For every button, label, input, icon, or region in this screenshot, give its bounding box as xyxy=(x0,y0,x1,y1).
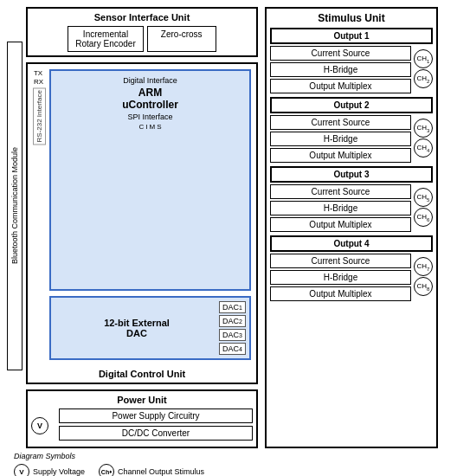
dcu-title: Digital Control Unit xyxy=(33,369,251,379)
output-1-row-3: Output Multiplex xyxy=(270,79,411,93)
channel-symbol: Ch♦ xyxy=(99,464,114,476)
left-section: Bluetooth Communication Module Sensor In… xyxy=(7,7,258,448)
current-source-2: Current Source xyxy=(270,115,411,130)
ch5-badge: CH5 xyxy=(414,188,433,207)
output-1-header: Output 1 xyxy=(270,28,433,44)
voltage-symbol: V xyxy=(31,417,48,434)
legend: V Supply Voltage Ch♦ Channel Output Stim… xyxy=(14,464,450,476)
dac4: DAC4 xyxy=(219,343,246,355)
dac-title: 12-bit External DAC xyxy=(55,318,219,338)
tx-label: TX xyxy=(34,69,43,77)
block-diagram: Bluetooth Communication Module Sensor In… xyxy=(7,7,450,448)
sensor-unit-title: Sensor Interface Unit xyxy=(31,12,253,23)
arm-dac-section: Digital Interface ARM uController SPI In… xyxy=(49,69,251,360)
output-1-rows: Current Source H-Bridge Output Multiplex… xyxy=(270,44,433,93)
tx-rx-labels: TX RX xyxy=(34,69,43,86)
dac2: DAC2 xyxy=(219,315,246,327)
output-1-row-1: Current Source xyxy=(270,46,411,61)
bluetooth-module: Bluetooth Communication Module xyxy=(7,42,23,370)
output-2-rows: Current Source H-Bridge Output Multiplex… xyxy=(270,113,433,163)
dac-block: 12-bit External DAC DAC1 DAC2 DAC3 DAC4 xyxy=(49,296,251,360)
output-1-row-2: H-Bridge xyxy=(270,62,411,77)
output-group-4: Output 4 Current Source H-Bridge Output … xyxy=(270,235,433,301)
channels-3: CH5 CH6 xyxy=(411,188,433,227)
current-source-4: Current Source xyxy=(270,254,411,268)
h-bridge-3: H-Bridge xyxy=(270,201,411,215)
rs232-label: RS-232 Interface xyxy=(33,87,46,145)
output-mux-1: Output Multiplex xyxy=(270,79,411,93)
ch4-badge: CH4 xyxy=(414,138,433,158)
output-2-header: Output 2 xyxy=(270,97,433,113)
sensor-unit: Sensor Interface Unit Incremental Rotary… xyxy=(26,7,258,57)
dcu-inner: TX RX RS-232 Interface Digital Interface… xyxy=(33,69,251,360)
output-4-header: Output 4 xyxy=(270,235,433,252)
dac-outputs: DAC1 DAC2 DAC3 DAC4 xyxy=(219,301,246,355)
legend-section: Diagram Symbols V Supply Voltage Ch♦ Cha… xyxy=(7,452,450,476)
digital-control-unit: TX RX RS-232 Interface Digital Interface… xyxy=(26,62,258,384)
channel-label: Channel Output Stimulus xyxy=(118,467,204,476)
current-source-1: Current Source xyxy=(270,46,411,61)
spi-pins: C I M S xyxy=(56,123,244,131)
rotary-encoder-box: Incremental Rotary Encoder xyxy=(68,26,143,52)
spi-interface-label: SPI Interface xyxy=(56,113,244,121)
stimulus-unit: Stimulus Unit Output 1 Current Source H-… xyxy=(265,7,438,448)
ch1-badge: CH1 xyxy=(414,49,433,68)
rx-label: RX xyxy=(34,78,43,86)
h-bridge-1: H-Bridge xyxy=(270,62,411,77)
bluetooth-label: Bluetooth Communication Module xyxy=(10,147,19,264)
supply-voltage-symbol: V xyxy=(14,464,29,476)
zero-cross-box: Zero-cross xyxy=(147,26,216,52)
h-bridge-4: H-Bridge xyxy=(270,270,411,285)
diagram-symbols-title: Diagram Symbols xyxy=(14,452,450,460)
supply-voltage-label: Supply Voltage xyxy=(33,467,85,476)
output-group-1: Output 1 Current Source H-Bridge Output … xyxy=(270,28,433,93)
main-content: Sensor Interface Unit Incremental Rotary… xyxy=(26,7,258,448)
dac-main: 12-bit External DAC xyxy=(55,301,219,355)
arm-block: Digital Interface ARM uController SPI In… xyxy=(49,69,251,291)
arm-title: ARM uController xyxy=(56,87,244,111)
dac3: DAC3 xyxy=(219,329,246,341)
digital-interface-label: Digital Interface xyxy=(56,76,244,85)
ch6-badge: CH6 xyxy=(414,208,433,227)
right-section: Stimulus Unit Output 1 Current Source H-… xyxy=(265,7,438,448)
stimulus-title: Stimulus Unit xyxy=(270,12,433,24)
supply-voltage-legend: V Supply Voltage xyxy=(14,464,85,476)
output-4-rows: Current Source H-Bridge Output Multiplex… xyxy=(270,252,433,301)
channels-2: CH3 CH4 xyxy=(411,119,433,158)
power-unit: Power Unit V Power Supply Circuitry DC/D… xyxy=(26,389,258,448)
channel-legend: Ch♦ Channel Output Stimulus xyxy=(99,464,204,476)
power-unit-title: Power Unit xyxy=(31,395,253,405)
ch7-badge: CH7 xyxy=(414,257,433,276)
output-group-2: Output 2 Current Source H-Bridge Output … xyxy=(270,97,433,163)
output-mux-4: Output Multiplex xyxy=(270,286,411,301)
output-3-rows: Current Source H-Bridge Output Multiplex… xyxy=(270,183,433,232)
dac1: DAC1 xyxy=(219,301,246,313)
ch2-badge: CH2 xyxy=(414,69,433,88)
channels-4: CH7 CH8 xyxy=(411,257,433,296)
channels-1: CH1 CH2 xyxy=(411,49,433,88)
h-bridge-2: H-Bridge xyxy=(270,132,411,146)
dc-converter-box: DC/DC Converter xyxy=(59,426,253,441)
ch8-badge: CH8 xyxy=(414,277,433,296)
power-supply-box: Power Supply Circuitry xyxy=(59,408,253,423)
output-mux-3: Output Multiplex xyxy=(270,217,411,232)
output-mux-2: Output Multiplex xyxy=(270,148,411,163)
ch3-badge: CH3 xyxy=(414,119,433,138)
current-source-3: Current Source xyxy=(270,184,411,199)
output-3-header: Output 3 xyxy=(270,166,433,183)
output-group-3: Output 3 Current Source H-Bridge Output … xyxy=(270,166,433,232)
sensor-unit-inner: Incremental Rotary Encoder Zero-cross xyxy=(31,26,253,52)
